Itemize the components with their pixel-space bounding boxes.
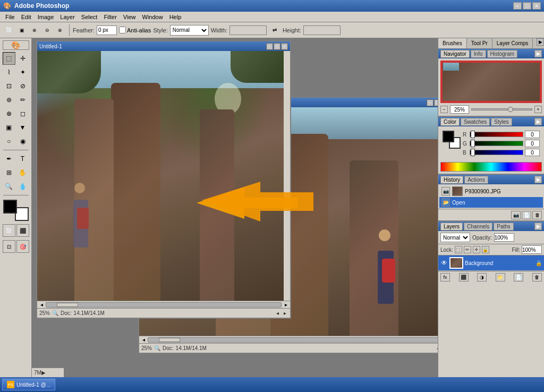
move-tool[interactable]: ✛ bbox=[16, 52, 29, 65]
new-group-btn[interactable]: 📁 bbox=[496, 273, 505, 282]
img2-maximize-btn[interactable]: □ bbox=[434, 99, 438, 106]
intersect-selection-btn[interactable]: ⊗ bbox=[54, 24, 66, 36]
g-thumb[interactable] bbox=[471, 140, 475, 147]
status-next-1[interactable]: ▸ bbox=[282, 310, 288, 317]
opacity-input[interactable]: 100% bbox=[494, 233, 514, 242]
eraser-tool[interactable]: ◻ bbox=[16, 107, 29, 120]
img1-minimize-btn[interactable]: − bbox=[266, 43, 273, 50]
menu-help[interactable]: Help bbox=[166, 13, 185, 21]
crop-tool[interactable]: ⊡ bbox=[3, 80, 15, 92]
feather-input[interactable] bbox=[97, 25, 117, 35]
dodge-tool[interactable]: ○ bbox=[3, 135, 15, 148]
navigator-panel-menu[interactable]: ▶ bbox=[534, 50, 542, 57]
layer-row-background[interactable]: 👁 Background 🔒 bbox=[438, 255, 544, 271]
layers-panel-menu[interactable]: ▶ bbox=[534, 223, 542, 230]
new-snapshot-btn[interactable]: 📷 bbox=[511, 211, 521, 219]
maximize-button[interactable]: □ bbox=[523, 2, 531, 10]
selection-type-btn[interactable]: ▣ bbox=[16, 24, 28, 36]
scroll-right-1[interactable]: ▸ bbox=[283, 302, 289, 308]
eye-dropper-tool[interactable]: 💧 bbox=[16, 180, 29, 193]
quick-mask-btn[interactable]: ⬛ bbox=[16, 224, 29, 237]
nav-zoom-slider[interactable] bbox=[471, 108, 532, 110]
img1-close-btn[interactable]: × bbox=[281, 43, 288, 50]
channels-tab[interactable]: Channels bbox=[464, 223, 492, 231]
r-thumb[interactable] bbox=[471, 131, 475, 138]
delete-layer-btn[interactable]: 🗑 bbox=[532, 273, 542, 282]
swatches-tab[interactable]: Swatches bbox=[461, 118, 490, 126]
hscroll-thumb-2[interactable] bbox=[159, 338, 180, 342]
history-item-open[interactable]: 📂 Open bbox=[439, 197, 543, 208]
color-spectrum[interactable] bbox=[440, 162, 542, 172]
screen-mode-btn[interactable]: ⊡ bbox=[3, 240, 15, 253]
info-tab[interactable]: Info bbox=[471, 50, 486, 58]
blur-tool[interactable]: ◉ bbox=[16, 135, 29, 148]
layers-tab[interactable]: Layers bbox=[440, 223, 463, 231]
anti-alias-checkbox[interactable] bbox=[119, 27, 126, 33]
magic-wand-tool[interactable]: ✦ bbox=[16, 66, 29, 79]
menu-file[interactable]: File bbox=[2, 13, 18, 21]
zoom-tool[interactable]: 🔍 bbox=[3, 180, 15, 193]
menu-layer[interactable]: Layer bbox=[57, 13, 78, 21]
lock-all-btn[interactable]: 🔒 bbox=[482, 246, 489, 253]
hscroll-track-2[interactable] bbox=[148, 337, 438, 343]
new-layer-btn[interactable]: 📄 bbox=[514, 273, 523, 282]
history-panel-menu[interactable]: ▶ bbox=[534, 176, 542, 183]
style-select[interactable]: Normal Fixed Ratio Fixed Size bbox=[170, 25, 209, 36]
tool-preset-picker[interactable]: ⬜ bbox=[3, 24, 15, 36]
fg-color-box[interactable] bbox=[443, 131, 454, 142]
img2-minimize-btn[interactable]: − bbox=[427, 99, 434, 106]
scroll-left-2[interactable]: ◂ bbox=[140, 337, 147, 343]
hscroll-thumb-1[interactable] bbox=[57, 303, 78, 307]
r-slider[interactable] bbox=[470, 132, 523, 137]
lasso-tool[interactable]: ⌇ bbox=[3, 66, 15, 79]
g-slider[interactable] bbox=[470, 141, 523, 146]
menu-window[interactable]: Window bbox=[139, 13, 166, 21]
b-thumb[interactable] bbox=[471, 149, 475, 156]
menu-view[interactable]: View bbox=[120, 13, 139, 21]
foreground-color-swatch[interactable] bbox=[3, 200, 17, 214]
new-adj-layer-btn[interactable]: ◑ bbox=[477, 273, 487, 282]
nav-slider-thumb[interactable] bbox=[508, 107, 513, 112]
hand-tool[interactable]: ✋ bbox=[16, 166, 29, 179]
clone-tool[interactable]: ⊕ bbox=[3, 107, 15, 120]
blend-mode-select[interactable]: Normal Multiply Screen bbox=[440, 233, 470, 242]
actions-tab[interactable]: Actions bbox=[464, 176, 488, 184]
layer-effects-btn[interactable]: fx bbox=[440, 273, 450, 282]
lock-pixels-btn[interactable]: ✏ bbox=[464, 246, 471, 253]
menu-image[interactable]: Image bbox=[35, 13, 57, 21]
close-button[interactable]: × bbox=[532, 2, 541, 10]
delete-state-btn[interactable]: 🗑 bbox=[532, 211, 542, 219]
jump-to-imageready-btn[interactable]: 🎯 bbox=[16, 240, 29, 253]
g-value[interactable]: 0 bbox=[525, 140, 540, 147]
zoom-in-btn[interactable]: + bbox=[534, 106, 542, 113]
pen-tool[interactable]: ✒ bbox=[3, 152, 15, 165]
lock-transparent-btn[interactable]: ⬚ bbox=[455, 246, 462, 253]
height-input[interactable] bbox=[303, 25, 341, 35]
paint-bucket-tool[interactable]: ▼ bbox=[16, 121, 29, 134]
width-input[interactable] bbox=[230, 25, 267, 35]
menu-edit[interactable]: Edit bbox=[18, 13, 35, 21]
menu-filter[interactable]: Filter bbox=[100, 13, 120, 21]
hscroll-track-1[interactable] bbox=[46, 302, 282, 308]
create-doc-from-state-btn[interactable]: 📄 bbox=[522, 211, 531, 219]
add-selection-btn[interactable]: ⊕ bbox=[29, 24, 40, 36]
slice-tool[interactable]: ⊘ bbox=[16, 80, 29, 92]
new-mask-btn[interactable]: ⬛ bbox=[459, 273, 469, 282]
history-item-snapshot[interactable]: 📷 P9300900.JPG bbox=[439, 185, 543, 197]
swap-wh-btn[interactable]: ⇄ bbox=[269, 24, 280, 36]
color-panel-menu[interactable]: ▶ bbox=[534, 118, 542, 125]
r-value[interactable]: 0 bbox=[525, 131, 540, 138]
status-prev-1[interactable]: ◂ bbox=[274, 310, 280, 317]
b-value[interactable]: 0 bbox=[525, 149, 540, 156]
color-tab[interactable]: Color bbox=[440, 118, 460, 126]
status-prev-2[interactable]: ◂ bbox=[435, 345, 438, 352]
b-slider[interactable] bbox=[470, 150, 523, 155]
scroll-left-1[interactable]: ◂ bbox=[38, 302, 45, 308]
layer-visibility-btn[interactable]: 👁 bbox=[440, 259, 448, 267]
layer-comps-tab[interactable]: Layer Comps bbox=[492, 38, 533, 48]
text-tool[interactable]: T bbox=[16, 152, 29, 165]
minimize-button[interactable]: − bbox=[513, 2, 522, 10]
histogram-tab[interactable]: Histogram bbox=[487, 50, 518, 58]
taskbar-item-untitled[interactable]: PS Untitled-1 @... bbox=[2, 379, 55, 390]
lock-position-btn[interactable]: ✛ bbox=[473, 246, 480, 253]
